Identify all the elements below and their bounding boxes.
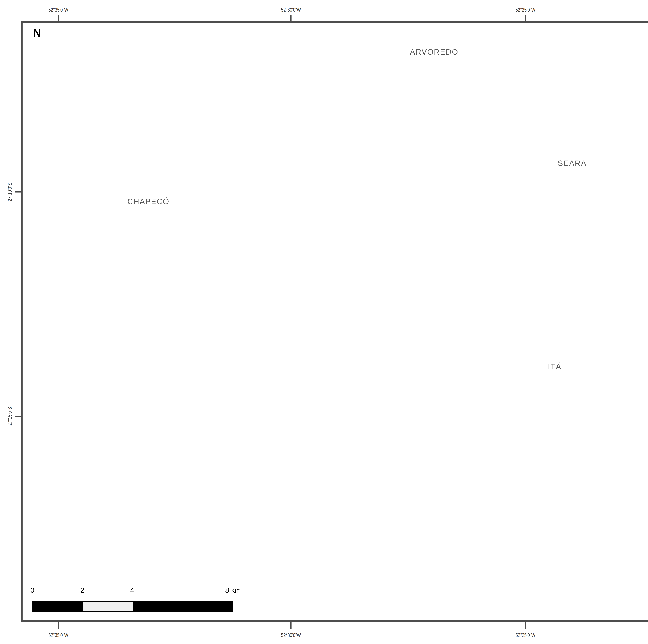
label-chapeco: CHAPECÓ [127, 197, 169, 206]
coord-top-3: 52°25'0"W [516, 7, 535, 13]
coord-bottom-2: 52°30'0"W [281, 632, 301, 638]
scale-bar: 0 2 4 8 km [33, 586, 253, 616]
label-seara: SEARA [558, 159, 587, 168]
scale-label-2: 2 [80, 586, 84, 594]
scale-label-0: 0 [30, 586, 34, 594]
label-arvoredo: ARVOREDO [410, 47, 458, 56]
scale-bar-graphic [33, 601, 233, 611]
coord-top-2: 52°30'0"W [281, 7, 301, 13]
map-document-page: N ARVOREDO SEARA CHAPECÓ ITÁ 52°35'0"W 5… [0, 0, 648, 644]
coord-left-1: 27°10'0"S [7, 183, 13, 201]
label-ita: ITÁ [548, 362, 561, 371]
north-label: N [33, 26, 41, 39]
coord-bottom-1: 52°35'0"W [48, 632, 68, 638]
coord-top-1: 52°35'0"W [48, 7, 68, 13]
map-frame [21, 21, 648, 622]
scale-label-4: 4 [130, 586, 134, 594]
scale-bar-white-segment [83, 602, 133, 611]
scale-label-8km: 8 km [225, 586, 241, 594]
coord-bottom-3: 52°25'0"W [516, 632, 535, 638]
coord-left-2: 27°15'0"S [7, 407, 13, 426]
